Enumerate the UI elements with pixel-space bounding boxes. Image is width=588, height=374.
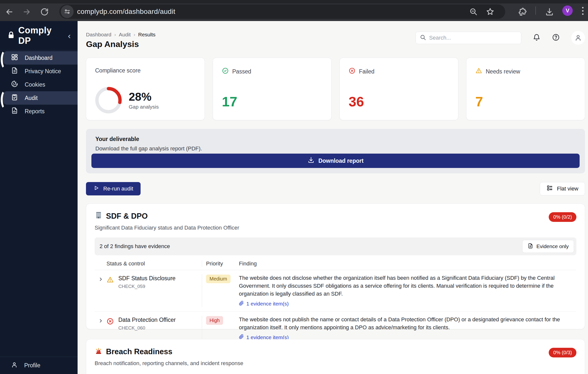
deliverable-panel: Your deliverable Download the full gap a… [86,129,585,173]
table-row: SDF Status Disclosure CHECK_059 Medium T… [95,270,576,312]
card-title: Needs review [486,68,520,75]
evidence-doc-icon [527,243,533,250]
control-name: SDF Status Disclosure [118,275,175,282]
check-id: CHECK_059 [118,284,175,289]
card-title: Compliance score [95,67,141,74]
section-score-badge: 0% (0/3) [549,348,576,357]
sidebar-item-dashboard[interactable]: Dashboard [3,51,78,65]
evidence-link[interactable]: 1 evidence item(s) [239,301,576,307]
browser-menu-icon[interactable] [582,7,584,15]
breadcrumb-results: Results [138,32,155,38]
forward-icon[interactable] [22,7,31,16]
sidebar-item-label: Cookies [25,81,45,88]
sidebar-item-reports[interactable]: Reports [0,105,78,118]
evidence-only-button[interactable]: Evidence only [522,240,574,253]
section-subtitle: Breach notification, reporting channels,… [95,360,243,367]
evidence-summary-bar: 2 of 2 findings have evidence Evidence o… [95,237,576,255]
flat-view-button[interactable]: Flat view [540,182,585,195]
section-title: Breach Readiness [106,347,172,356]
extensions-icon[interactable] [518,7,527,16]
warning-triangle-icon [106,275,114,307]
reload-icon[interactable] [40,7,49,16]
passed-value: 17 [222,94,237,110]
sidebar-item-cookies[interactable]: Cookies [0,78,78,91]
bookmark-star-icon[interactable] [486,7,494,16]
building-icon [95,211,103,221]
download-report-button[interactable]: Download report [91,154,580,168]
finding-text: The website does not disclose whether th… [239,274,576,298]
col-finding: Finding [235,260,576,267]
breadcrumb-audit[interactable]: Audit [119,32,131,38]
stat-cards: Compliance score 28% Gap analysis [86,58,585,120]
failed-value: 36 [349,94,364,110]
compliance-caption: Gap analysis [129,104,159,110]
deliverable-description: Download the full gap analysis report (P… [95,145,580,152]
col-priority: Priority [202,260,235,267]
help-icon[interactable] [552,33,560,42]
sidebar-item-label: Dashboard [25,55,53,61]
compliance-value: 28% [129,91,159,103]
siren-icon [95,347,103,357]
address-bar[interactable]: complydp.com/dashboard/audit [59,4,505,19]
report-icon [11,107,18,116]
cookie-icon [11,80,18,89]
sidebar-nav: Dashboard Privacy Notice Cookies Audit [0,50,78,118]
sidebar-collapse-icon[interactable]: ‹ [66,31,72,40]
chevron-right-icon[interactable] [95,316,106,341]
site-settings-icon[interactable] [61,5,74,18]
sidebar-item-audit[interactable]: Audit [3,91,78,105]
url-text[interactable]: complydp.com/dashboard/audit [77,8,175,16]
browser-window: complydp.com/dashboard/audit V Comply DP… [0,0,588,374]
findings-table-header: Status & control Priority Finding [95,257,576,270]
section-sdf-dpo: SDF & DPO Significant Data Fiduciary sta… [86,204,585,329]
sidebar-item-label: Privacy Notice [25,68,61,75]
card-title: Passed [232,68,251,75]
evidence-summary-text: 2 of 2 findings have evidence [100,243,170,250]
profile-icon [11,361,18,370]
passed-card: Passed 17 [213,58,332,120]
clipboard-check-icon [11,94,18,102]
needs-review-value: 7 [475,94,483,110]
downloads-icon[interactable] [545,7,554,16]
zoom-out-icon[interactable] [469,7,478,16]
control-name: Data Protection Officer [118,317,176,323]
sidebar-item-privacy-notice[interactable]: Privacy Notice [0,65,78,78]
search-input-wrap [416,32,521,44]
main-content: Dashboard › Audit › Results Gap Analysis [78,21,588,374]
bell-icon[interactable] [533,33,541,42]
browser-toolbar: complydp.com/dashboard/audit V [0,0,588,21]
section-subtitle: Significant Data Fiduciary status and Da… [95,225,239,231]
section-title: SDF & DPO [106,212,148,221]
play-icon [93,185,99,192]
breadcrumb-separator: › [134,32,135,37]
priority-badge: High [206,316,223,325]
finding-text: The website does not publish the name or… [239,316,576,331]
findings-table: Status & control Priority Finding [95,257,576,345]
sidebar-item-label: Reports [25,108,45,115]
account-icon[interactable] [571,31,585,45]
search-input[interactable] [429,35,517,41]
list-view-icon [546,185,553,193]
chevron-right-icon[interactable] [95,274,106,307]
col-status-control: Status & control [106,260,202,267]
breadcrumb-separator: › [114,32,116,37]
rerun-audit-button[interactable]: Re-run audit [86,182,141,195]
check-circle-icon [222,67,229,76]
needs-review-card: Needs review 7 [466,58,585,120]
sidebar-item-profile[interactable]: Profile [0,357,78,374]
search-icon [420,34,426,42]
compliance-score-card: Compliance score 28% Gap analysis [86,58,205,120]
actions-row: Re-run audit Flat view [86,182,585,196]
back-icon[interactable] [5,7,14,16]
section-breach-readiness: Breach Readiness Breach notification, re… [86,339,585,374]
download-icon [308,157,315,165]
sidebar-item-label: Audit [25,95,38,101]
toolbar-divider [535,6,536,15]
section-score-badge: 0% (0/2) [549,212,576,222]
check-id: CHECK_060 [118,325,176,331]
breadcrumb-dashboard[interactable]: Dashboard [86,32,111,38]
sidebar: Comply DP ‹ Dashboard Privacy Notice [0,21,78,374]
breadcrumb: Dashboard › Audit › Results [86,32,155,38]
x-circle-icon [106,317,114,341]
browser-profile-avatar[interactable]: V [562,5,573,16]
